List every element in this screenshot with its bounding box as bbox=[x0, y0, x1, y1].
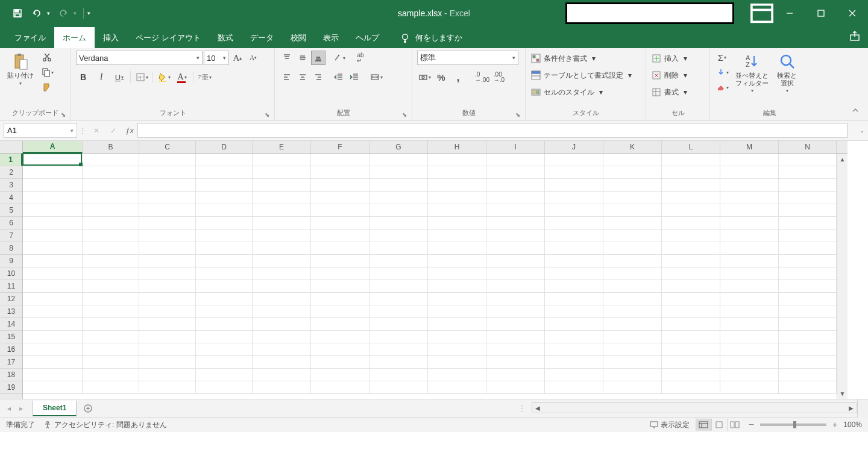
cell[interactable] bbox=[311, 369, 370, 381]
cell[interactable] bbox=[662, 179, 720, 192]
copy-button[interactable]: ▾ bbox=[40, 66, 54, 79]
cell[interactable] bbox=[139, 179, 196, 192]
cell[interactable] bbox=[779, 192, 837, 204]
cell[interactable] bbox=[720, 154, 779, 166]
cell[interactable] bbox=[779, 204, 837, 217]
cell[interactable] bbox=[662, 217, 720, 230]
cell[interactable] bbox=[545, 267, 603, 280]
cell[interactable] bbox=[720, 305, 779, 318]
cell[interactable] bbox=[23, 204, 83, 217]
cell[interactable] bbox=[253, 154, 311, 166]
cell[interactable] bbox=[486, 369, 545, 381]
wrap-text-button[interactable]: ab↵ bbox=[353, 51, 368, 65]
cell[interactable] bbox=[23, 166, 83, 179]
cell[interactable] bbox=[486, 356, 545, 369]
format-painter-button[interactable] bbox=[40, 81, 54, 94]
cell[interactable] bbox=[196, 305, 253, 318]
clear-button[interactable]: ▾ bbox=[715, 81, 729, 94]
cell[interactable] bbox=[311, 381, 370, 394]
cell[interactable] bbox=[779, 255, 837, 267]
cell[interactable] bbox=[83, 343, 139, 356]
cell[interactable] bbox=[486, 255, 545, 267]
cell[interactable] bbox=[720, 267, 779, 280]
row-header[interactable]: 6 bbox=[0, 217, 22, 230]
cell[interactable] bbox=[83, 166, 139, 179]
cell[interactable] bbox=[662, 305, 720, 318]
cell[interactable] bbox=[196, 356, 253, 369]
cell[interactable] bbox=[428, 179, 486, 192]
cell[interactable] bbox=[603, 204, 662, 217]
cancel-formula-button[interactable]: ✕ bbox=[88, 123, 105, 138]
cell[interactable] bbox=[253, 356, 311, 369]
cell[interactable] bbox=[720, 356, 779, 369]
row-header[interactable]: 17 bbox=[0, 356, 22, 369]
cell[interactable] bbox=[139, 255, 196, 267]
insert-cells-button[interactable]: 挿入▾ bbox=[651, 51, 687, 66]
row-header[interactable]: 8 bbox=[0, 242, 22, 255]
cell[interactable] bbox=[196, 217, 253, 230]
cell[interactable] bbox=[23, 331, 83, 343]
tab-ホーム[interactable]: ホーム bbox=[54, 27, 95, 48]
column-header[interactable]: G bbox=[370, 141, 428, 153]
cell[interactable] bbox=[253, 230, 311, 242]
vertical-scrollbar[interactable]: ▲ ▼ bbox=[837, 154, 848, 399]
orientation-button[interactable]: ▾ bbox=[332, 51, 346, 65]
cell[interactable] bbox=[720, 280, 779, 293]
cell[interactable] bbox=[603, 343, 662, 356]
cell[interactable] bbox=[428, 230, 486, 242]
cell[interactable] bbox=[603, 356, 662, 369]
cell[interactable] bbox=[545, 305, 603, 318]
cell[interactable] bbox=[603, 217, 662, 230]
sort-filter-button[interactable]: AZ 並べ替えと フィルター▾ bbox=[733, 51, 771, 95]
name-box[interactable]: A1▾ bbox=[4, 123, 77, 138]
cell[interactable] bbox=[428, 217, 486, 230]
cell[interactable] bbox=[23, 356, 83, 369]
cell[interactable] bbox=[370, 154, 428, 166]
cell[interactable] bbox=[720, 369, 779, 381]
cell[interactable] bbox=[196, 267, 253, 280]
cell[interactable] bbox=[428, 331, 486, 343]
cell[interactable] bbox=[486, 267, 545, 280]
cell[interactable] bbox=[139, 280, 196, 293]
column-header[interactable]: N bbox=[779, 141, 837, 153]
cell[interactable] bbox=[720, 179, 779, 192]
cell[interactable] bbox=[720, 331, 779, 343]
format-cells-button[interactable]: 書式▾ bbox=[651, 84, 687, 100]
cell[interactable] bbox=[370, 369, 428, 381]
row-header[interactable]: 7 bbox=[0, 230, 22, 242]
row-header[interactable]: 14 bbox=[0, 318, 22, 331]
collapse-ribbon-button[interactable] bbox=[851, 106, 860, 116]
cell[interactable] bbox=[486, 154, 545, 166]
formula-input[interactable] bbox=[137, 123, 848, 138]
cell[interactable] bbox=[603, 318, 662, 331]
cell[interactable] bbox=[139, 166, 196, 179]
cell[interactable] bbox=[486, 343, 545, 356]
column-header[interactable]: B bbox=[83, 141, 139, 153]
cell[interactable] bbox=[428, 242, 486, 255]
bold-button[interactable]: B bbox=[76, 70, 90, 84]
cell[interactable] bbox=[83, 293, 139, 305]
conditional-formatting-button[interactable]: 条件付き書式 ▾ bbox=[530, 51, 596, 66]
cell[interactable] bbox=[720, 192, 779, 204]
cell[interactable] bbox=[311, 242, 370, 255]
fill-color-button[interactable]: ▾ bbox=[157, 70, 171, 84]
cell[interactable] bbox=[196, 242, 253, 255]
cell[interactable] bbox=[779, 179, 837, 192]
tell-me-search[interactable]: 何をしますか bbox=[396, 28, 466, 48]
cell[interactable] bbox=[196, 381, 253, 394]
cell[interactable] bbox=[370, 255, 428, 267]
cell[interactable] bbox=[779, 331, 837, 343]
cell[interactable] bbox=[23, 280, 83, 293]
paste-button[interactable]: 貼り付け ▾ bbox=[5, 51, 36, 88]
cell[interactable] bbox=[428, 192, 486, 204]
cell[interactable] bbox=[545, 280, 603, 293]
expand-formula-bar[interactable]: ⌄ bbox=[860, 127, 864, 134]
percent-button[interactable]: % bbox=[434, 70, 448, 84]
normal-view-button[interactable] bbox=[696, 419, 711, 431]
cell[interactable] bbox=[662, 369, 720, 381]
decrease-font-button[interactable]: A▾ bbox=[246, 51, 260, 65]
cell[interactable] bbox=[83, 255, 139, 267]
enter-formula-button[interactable]: ✓ bbox=[105, 123, 122, 138]
cell[interactable] bbox=[720, 255, 779, 267]
cell[interactable] bbox=[720, 293, 779, 305]
